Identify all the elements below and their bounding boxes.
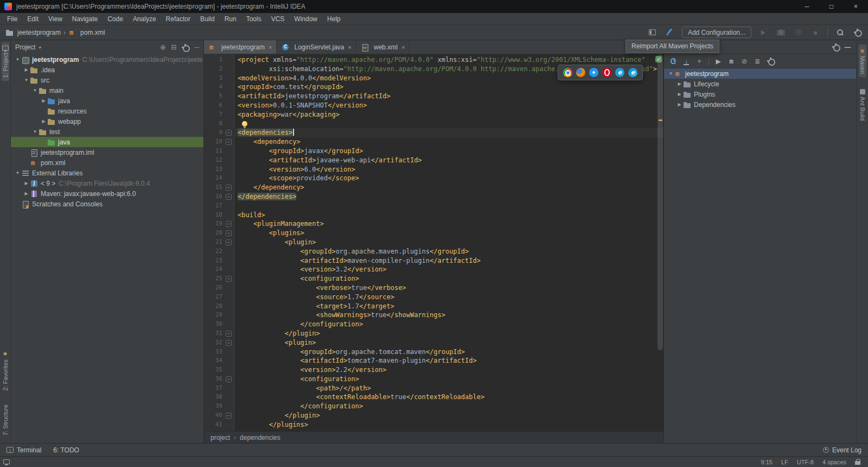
maven-tree-item-dependencies-3[interactable]: ▶Dependencies: [664, 99, 856, 110]
code-line-34[interactable]: 34 <artifactId>tomcat7-maven-plugin</art…: [204, 356, 663, 365]
run-maven-goal-button[interactable]: ▶: [712, 56, 724, 67]
collapse-all-button[interactable]: ⊟: [171, 43, 176, 51]
tab-close-icon[interactable]: ×: [269, 44, 272, 51]
maven-settings-button[interactable]: [764, 56, 776, 67]
code-line-38[interactable]: 38 <contextReloadable>true</contextReloa…: [204, 393, 663, 402]
hide-maven-panel-button[interactable]: ─: [845, 42, 851, 52]
code-line-25[interactable]: 25 <configuration>: [204, 274, 663, 283]
project-tree-item-webapp-6[interactable]: ▶webapp: [11, 116, 203, 127]
firefox-browser-icon[interactable]: [576, 68, 585, 77]
code-line-32[interactable]: 32 <plugin>: [204, 338, 663, 348]
stop-button[interactable]: ■: [810, 27, 821, 38]
maven-panel-settings-button[interactable]: [832, 43, 839, 51]
add-maven-projects-button[interactable]: +: [693, 56, 705, 67]
tool-window-button-2-favorites[interactable]: ★2: Favorites: [2, 347, 9, 394]
settings-button[interactable]: [852, 27, 863, 38]
code-line-22[interactable]: 22 <groupId>org.apache.maven.plugins</gr…: [204, 247, 663, 256]
caret-position[interactable]: 9:15: [761, 459, 773, 465]
fold-marker-icon[interactable]: [222, 219, 234, 229]
project-tree-item-test-7[interactable]: ▼test: [11, 127, 203, 137]
code-line-30[interactable]: 30 </configuration>: [204, 320, 663, 329]
reimport-all-maven-projects-button[interactable]: [667, 56, 679, 67]
code-line-17[interactable]: 17: [204, 201, 663, 211]
menu-item-code[interactable]: Code: [103, 13, 128, 25]
intention-bulb-icon[interactable]: [242, 121, 247, 127]
window-minimize-button[interactable]: ─: [795, 0, 819, 13]
fold-marker-icon[interactable]: [222, 137, 234, 147]
code-line-11[interactable]: 11 <groupId>javax</groupId>: [204, 147, 663, 156]
search-everywhere-button[interactable]: [834, 27, 845, 38]
safari-browser-icon[interactable]: [589, 68, 598, 77]
tool-window-button-maven[interactable]: mMaven: [859, 45, 866, 77]
code-line-16[interactable]: 16</dependencies>: [204, 192, 663, 201]
code-line-15[interactable]: 15 </dependency>: [204, 183, 663, 192]
project-tree-item-jeetestprogram-iml-9[interactable]: jeetestprogram.iml: [11, 147, 203, 157]
fold-marker-icon[interactable]: [222, 375, 234, 384]
restore-layout-icon[interactable]: [647, 27, 658, 38]
fold-marker-icon[interactable]: [222, 338, 234, 348]
code-line-21[interactable]: 21 <plugin>: [204, 238, 663, 247]
code-line-10[interactable]: 10 <dependency>: [204, 137, 663, 147]
tool-window-button-6-todo[interactable]: 6: TODO: [53, 446, 79, 454]
fold-marker-icon[interactable]: [222, 183, 234, 192]
code-line-41[interactable]: 41 </plugins>: [204, 420, 663, 430]
fold-marker-icon[interactable]: [222, 238, 234, 247]
menu-item-view[interactable]: View: [43, 13, 67, 25]
code-line-36[interactable]: 36 <configuration>: [204, 375, 663, 384]
code-line-23[interactable]: 23 <artifactId>maven-compiler-plugin</ar…: [204, 256, 663, 266]
download-sources-button[interactable]: ↓: [680, 56, 692, 67]
code-line-12[interactable]: 12 <artifactId>javaee-web-api</artifactI…: [204, 156, 663, 165]
window-maximize-button[interactable]: □: [819, 0, 844, 13]
project-tree-item-scratches-and-consoles-14[interactable]: Scratches and Consoles: [11, 199, 203, 209]
menu-item-help[interactable]: Help: [322, 13, 346, 25]
code-line-26[interactable]: 26 <verbose>true</verbose>: [204, 283, 663, 293]
panel-settings-button[interactable]: [182, 44, 189, 51]
code-line-6[interactable]: 6<version>0.0.1-SNAPSHOT</version>: [204, 101, 663, 110]
code-line-13[interactable]: 13 <version>6.0</version>: [204, 165, 663, 174]
chrome-browser-icon[interactable]: [563, 68, 572, 77]
tool-window-button-7-structure[interactable]: 7: Structure: [2, 401, 9, 439]
code-line-29[interactable]: 29 <showWarnings>true</showWarnings>: [204, 311, 663, 320]
project-tree-item-9-12[interactable]: ▶< 9 >C:\Program Files\Java\jdk-9.0.4: [11, 178, 203, 188]
code-line-19[interactable]: 19 <pluginManagement>: [204, 219, 663, 229]
project-tree-item-src-2[interactable]: ▼src: [11, 75, 203, 85]
code-line-28[interactable]: 28 <target>1.7</target>: [204, 302, 663, 311]
project-tree-item-main-3[interactable]: ▼main: [11, 85, 203, 96]
editor-tab-loginservlet-java[interactable]: LoginServlet.java×: [277, 40, 356, 54]
tab-close-icon[interactable]: ×: [348, 44, 352, 51]
fold-marker-icon[interactable]: [222, 411, 234, 420]
maven-tree-item-plugins-2[interactable]: ▶Plugins: [664, 89, 856, 99]
toggle-offline-mode-button[interactable]: ⊘: [738, 56, 750, 67]
code-line-35[interactable]: 35 <version>2.2</version>: [204, 365, 663, 375]
tool-window-button-1-project[interactable]: 1: Project: [2, 42, 9, 81]
tool-window-button-terminal[interactable]: Terminal: [7, 446, 41, 454]
window-close-button[interactable]: ×: [844, 0, 868, 13]
menu-item-navigate[interactable]: Navigate: [67, 13, 103, 25]
encoding[interactable]: UTF-8: [797, 459, 814, 465]
editor-tab-web-xml[interactable]: web.xml×: [356, 40, 410, 54]
menu-item-window[interactable]: Window: [289, 13, 322, 25]
breadcrumb-project[interactable]: project: [210, 434, 230, 441]
fold-marker-icon[interactable]: [222, 192, 234, 201]
project-tree-item-jeetestprogram-0[interactable]: ▼jeetestprogramC:\Users\Programmers\Idea…: [11, 54, 203, 65]
fold-marker-icon[interactable]: [222, 329, 234, 338]
line-separator[interactable]: LF: [781, 459, 788, 465]
lock-icon[interactable]: [855, 461, 860, 465]
debug-button[interactable]: [775, 27, 786, 38]
editor-scrollbar[interactable]: [658, 54, 663, 350]
project-tree-item-java-8[interactable]: java: [11, 137, 203, 147]
toggle-tool-windows-button[interactable]: [3, 459, 10, 465]
pen-icon[interactable]: [665, 27, 675, 38]
menu-item-edit[interactable]: Edit: [22, 13, 43, 25]
edge-browser-icon[interactable]: e: [628, 68, 637, 77]
execute-maven-goal-button[interactable]: m: [725, 56, 737, 67]
menu-item-build[interactable]: Build: [195, 13, 220, 25]
code-line-39[interactable]: 39 </configuration>: [204, 402, 663, 411]
code-line-1[interactable]: 1<project xmlns="http://maven.apache.org…: [204, 55, 663, 65]
menu-item-run[interactable]: Run: [220, 13, 241, 25]
menu-item-tools[interactable]: Tools: [241, 13, 266, 25]
code-line-31[interactable]: 31 </plugin>: [204, 329, 663, 338]
project-tree-item-java-4[interactable]: ▶java: [11, 96, 203, 106]
code-line-20[interactable]: 20 <plugins>: [204, 229, 663, 238]
skip-tests-button[interactable]: ≣: [751, 56, 763, 67]
